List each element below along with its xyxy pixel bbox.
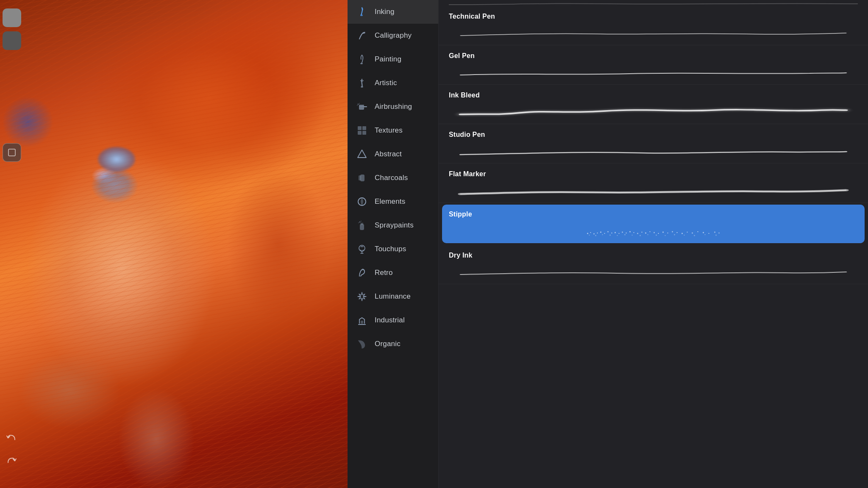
category-label-retro: Retro [375, 269, 393, 277]
svg-point-33 [607, 231, 609, 233]
svg-point-52 [687, 232, 688, 233]
svg-point-68 [656, 235, 657, 236]
svg-point-23 [358, 222, 359, 223]
svg-point-69 [665, 235, 666, 236]
brush-name-studio-pen: Studio Pen [449, 131, 858, 139]
category-item-abstract[interactable]: Abstract [348, 142, 438, 166]
svg-point-59 [589, 235, 590, 236]
svg-rect-6 [359, 105, 364, 106]
svg-point-2 [364, 32, 365, 33]
category-item-calligraphy[interactable]: Calligraphy [348, 24, 438, 47]
brush-item-gel-pen[interactable]: Gel Pen [439, 45, 868, 85]
svg-point-48 [668, 233, 668, 233]
category-item-charcoals[interactable]: Charcoals [348, 166, 438, 190]
spraypaints-icon [356, 219, 368, 231]
svg-point-53 [692, 233, 693, 234]
category-item-airbrushing[interactable]: Airbrushing [348, 95, 438, 119]
undo-button[interactable] [2, 430, 21, 448]
svg-point-25 [362, 269, 364, 270]
svg-point-71 [684, 235, 685, 236]
category-item-painting[interactable]: Painting [348, 47, 438, 71]
svg-rect-26 [361, 321, 363, 324]
svg-point-72 [694, 235, 695, 236]
canvas-area[interactable] [0, 0, 348, 488]
category-label-painting: Painting [375, 55, 401, 64]
elements-icon [356, 196, 368, 208]
brush-preview-ink-bleed [449, 103, 858, 119]
primary-color-swatch[interactable] [3, 8, 21, 27]
svg-rect-13 [362, 131, 366, 135]
secondary-color-swatch[interactable] [3, 31, 21, 50]
touchups-icon [356, 243, 368, 255]
organic-icon [356, 338, 368, 350]
category-item-textures[interactable]: Textures [348, 119, 438, 142]
svg-point-54 [698, 231, 698, 232]
category-item-touchups[interactable]: Touchups [348, 237, 438, 261]
left-toolbar [0, 0, 23, 488]
brush-preview-stipple [449, 222, 858, 238]
brush-panel: Technical Pen Gel Pen Ink Bleed Studio P… [439, 0, 868, 488]
svg-marker-14 [358, 150, 366, 158]
abstract-icon [356, 148, 368, 160]
svg-point-66 [640, 235, 641, 236]
svg-point-36 [619, 233, 620, 234]
redo-button[interactable] [2, 452, 21, 471]
charcoals-icon [356, 172, 368, 184]
svg-point-21 [359, 222, 361, 223]
svg-rect-0 [8, 149, 15, 156]
category-item-organic[interactable]: Organic [348, 332, 438, 356]
brush-name-stipple: Stipple [449, 211, 858, 218]
brush-name-ink-bleed: Ink Bleed [449, 92, 858, 99]
category-label-spraypaints: Spraypaints [375, 221, 414, 230]
category-item-retro[interactable]: Retro [348, 261, 438, 285]
brush-item-stipple[interactable]: Stipple [442, 205, 865, 243]
category-item-industrial[interactable]: Industrial [348, 308, 438, 332]
svg-point-56 [709, 233, 709, 234]
svg-point-37 [622, 232, 623, 233]
category-item-elements[interactable]: Elements [348, 190, 438, 214]
svg-point-35 [615, 232, 616, 233]
brush-name-technical-pen: Technical Pen [449, 13, 858, 20]
brush-item-technical-pen[interactable]: Technical Pen [439, 6, 868, 45]
industrial-icon [356, 314, 368, 326]
svg-rect-20 [361, 223, 363, 225]
svg-point-62 [609, 235, 611, 236]
svg-point-50 [677, 232, 678, 233]
brush-item-dry-ink[interactable]: Dry Ink [439, 245, 868, 284]
brush-panel-top-line [439, 0, 868, 6]
airbrushing-icon [356, 101, 368, 113]
svg-point-43 [645, 233, 646, 234]
svg-point-42 [642, 232, 643, 233]
svg-point-30 [597, 233, 598, 233]
category-item-spraypaints[interactable]: Spraypaints [348, 214, 438, 237]
category-label-touchups: Touchups [375, 245, 406, 253]
svg-point-3 [360, 63, 363, 64]
svg-rect-11 [362, 126, 366, 130]
svg-rect-16 [359, 175, 361, 180]
category-label-elements: Elements [375, 197, 405, 206]
category-label-luminance: Luminance [375, 292, 411, 301]
svg-point-63 [617, 235, 618, 236]
category-item-artistic[interactable]: Artistic [348, 71, 438, 95]
category-label-calligraphy: Calligraphy [375, 31, 412, 40]
brush-item-studio-pen[interactable]: Studio Pen [439, 124, 868, 164]
svg-point-7 [358, 104, 359, 105]
hair-overlay [0, 0, 348, 488]
svg-point-70 [674, 234, 675, 236]
svg-point-67 [648, 234, 648, 235]
category-label-textures: Textures [375, 126, 403, 135]
brush-item-flat-marker[interactable]: Flat Marker [439, 164, 868, 203]
eye-glow [97, 147, 136, 172]
category-label-charcoals: Charcoals [375, 174, 408, 182]
brush-name-dry-ink: Dry Ink [449, 252, 858, 259]
brush-preview-dry-ink [449, 263, 858, 280]
brush-item-ink-bleed[interactable]: Ink Bleed [439, 85, 868, 124]
svg-point-28 [590, 232, 591, 233]
category-item-luminance[interactable]: Luminance [348, 285, 438, 308]
textures-icon [356, 125, 368, 136]
category-label-industrial: Industrial [375, 316, 405, 324]
layer-button[interactable] [3, 143, 21, 162]
category-label-inking: Inking [375, 8, 395, 16]
svg-point-55 [703, 232, 704, 233]
category-item-inking[interactable]: Inking [348, 0, 438, 24]
